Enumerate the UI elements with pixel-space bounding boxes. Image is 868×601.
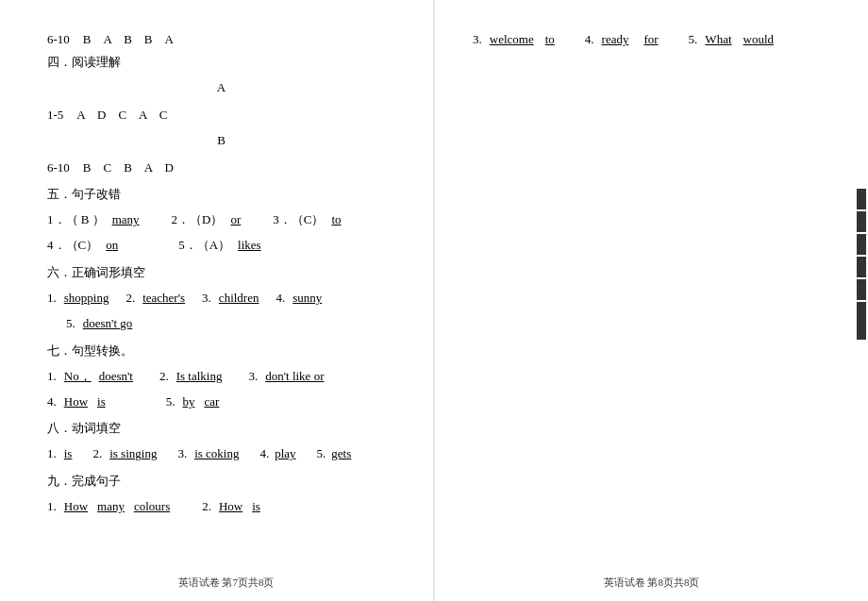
answers-6-10-b: B C B A D [83, 157, 174, 178]
sidebar-block-1 [857, 189, 866, 209]
section-8-title: 八．动词填空 [47, 420, 395, 437]
s5-3-num: 3．（C） [273, 209, 324, 230]
s9-1-num: 1. [47, 495, 57, 517]
s6-2-num: 2. [125, 287, 135, 309]
right-sidebar-decoration [855, 0, 868, 601]
section-5-row1: 1．（ B ） many 2．（D） or 3．（C） to [47, 209, 395, 230]
right-footer: 英语试卷 第8页共8页 [473, 576, 830, 590]
section-6-row2: 5. doesn't go [47, 312, 395, 334]
section-7-row2: 4. How is 5. by car [47, 391, 395, 412]
row-6-10: 6-10 B C B A D [47, 157, 395, 178]
s5-4-num: 4．（C） [47, 234, 98, 256]
r-3-a1: welcome [490, 28, 534, 50]
section-6-10-top: 6-10 B A B B A [47, 28, 395, 50]
s7-2-answer: Is talking [176, 365, 223, 387]
left-page: 6-10 B A B B A 四．阅读理解 A 1-5 A D C A C B … [0, 0, 433, 601]
s7-3-num: 3. [248, 365, 258, 387]
s8-5-num: 5. [317, 442, 326, 464]
s7-5-num: 5. [166, 391, 175, 412]
s7-1-num: 1. [47, 365, 57, 387]
sidebar-block-6 [857, 302, 866, 340]
s5-1-answer: many [112, 209, 140, 230]
s7-4-num: 4. [47, 391, 57, 412]
s7-2-num: 2. [159, 365, 169, 387]
sub-b: B [47, 129, 395, 151]
s6-4-num: 4. [275, 287, 285, 309]
r-4-a1: ready [602, 28, 629, 50]
r-4-a2: for [643, 28, 658, 50]
sidebar-block-4 [857, 257, 866, 277]
s9-1-a1: How [64, 495, 88, 517]
s7-3-answer: don't like or [265, 365, 324, 387]
right-page: 3. welcome to 4. ready for 5. What would… [435, 0, 868, 601]
answers-6-10: B A B B A [83, 28, 174, 50]
r-4-num: 4. [585, 28, 594, 50]
s5-3-answer: to [331, 209, 341, 230]
s9-1-a2: many [97, 495, 125, 517]
s6-3-num: 3. [202, 287, 211, 309]
label-6-10-b: 6-10 [47, 157, 70, 178]
s5-5-num: 5．（A） [178, 234, 230, 256]
s6-3-answer: children [219, 287, 259, 309]
s6-1-answer: shopping [64, 287, 109, 309]
r-5-a2: would [743, 28, 775, 50]
section-7-title: 七．句型转换。 [47, 342, 395, 359]
s9-2-a1: How [219, 495, 242, 517]
r-3-a2: to [545, 28, 555, 50]
s8-5-answer: gets [331, 442, 351, 464]
s7-4-a1: How [64, 391, 88, 412]
section-9-title: 九．完成句子 [47, 473, 395, 490]
s7-5-a1: by [182, 391, 194, 412]
section-5-row2: 4．（C） on 5．（A） likes [47, 234, 395, 256]
s8-1-num: 1. [47, 442, 57, 464]
r-3-num: 3. [473, 28, 482, 50]
r-5-num: 5. [689, 28, 698, 50]
s5-2-answer: or [230, 209, 241, 230]
s6-1-num: 1. [47, 287, 57, 309]
sidebar-block-2 [857, 211, 866, 232]
s7-4-a2: is [97, 391, 106, 412]
right-row1: 3. welcome to 4. ready for 5. What would [473, 28, 830, 50]
s5-5-answer: likes [238, 234, 261, 256]
s9-2-a2: is [252, 495, 260, 517]
section-6-title: 六．正确词形填空 [47, 264, 395, 281]
s8-1-answer: is [64, 442, 73, 464]
section-6-row1: 1. shopping 2. teacher's 3. children 4. … [47, 287, 395, 309]
s8-2-num: 2. [92, 442, 102, 464]
s8-4-num: 4. [259, 442, 269, 464]
s8-3-answer: is coking [194, 442, 239, 464]
s9-2-num: 2. [202, 495, 211, 517]
section-8-row1: 1. is 2. is singing 3. is coking 4. play… [47, 442, 395, 464]
row-1-5: 1-5 A D C A C [47, 104, 395, 125]
sidebar-block-5 [857, 279, 866, 300]
s8-3-num: 3. [177, 442, 187, 464]
section-9-row1: 1. How many colours 2. How is [47, 495, 395, 517]
s6-5-num: 5. [66, 312, 75, 334]
r-5-a1: What [705, 28, 731, 50]
s6-4-answer: sunny [292, 287, 322, 309]
left-footer: 英语试卷 第7页共8页 [47, 576, 405, 590]
answers-1-5: A D C A C [76, 104, 167, 125]
s7-1-a2: doesn't [99, 365, 133, 387]
s5-1-num: 1．（ B ） [47, 209, 105, 230]
section-5-title: 五．句子改错 [47, 186, 395, 203]
s7-5-a2: car [204, 391, 219, 412]
s6-5-answer: doesn't go [83, 312, 133, 334]
sub-a: A [47, 76, 395, 98]
s8-4-answer: play [275, 442, 295, 464]
label-1-5: 1-5 [47, 104, 63, 125]
s5-2-num: 2．（D） [172, 209, 224, 230]
sidebar-block-3 [857, 234, 866, 255]
section-4-title: 四．阅读理解 [47, 54, 395, 71]
s7-1-a1: No， [64, 365, 92, 387]
s8-2-answer: is singing [109, 442, 157, 464]
s5-4-answer: on [106, 234, 118, 256]
label-6-10: 6-10 [47, 28, 70, 50]
s6-2-answer: teacher's [142, 287, 185, 309]
section-7-row1: 1. No， doesn't 2. Is talking 3. don't li… [47, 365, 395, 387]
page-container: 6-10 B A B B A 四．阅读理解 A 1-5 A D C A C B … [0, 0, 868, 601]
s9-1-a3: colours [134, 495, 170, 517]
